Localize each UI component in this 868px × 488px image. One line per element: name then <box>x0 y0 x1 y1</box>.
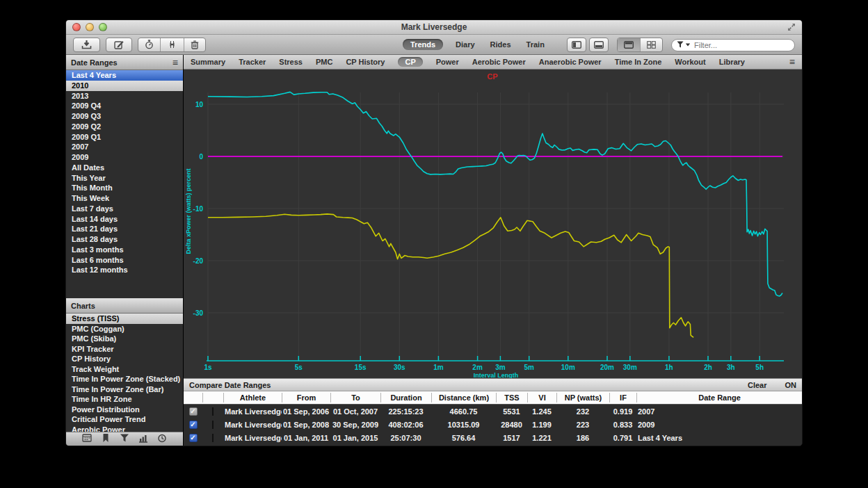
cell-duration: 225:15:23 <box>380 407 431 416</box>
minimize-button[interactable] <box>86 23 94 31</box>
tab-power[interactable]: Power <box>436 58 459 66</box>
view-tab-trends[interactable]: Trends <box>403 39 443 50</box>
stopwatch-button[interactable] <box>138 38 160 51</box>
tabbar-menu-icon[interactable]: ≡ <box>789 58 795 65</box>
date-range-item[interactable]: This Year <box>66 173 183 184</box>
date-range-item[interactable]: This Week <box>66 193 183 204</box>
column-header-date-range[interactable]: Date Range <box>636 393 802 402</box>
date-range-item[interactable]: Last 14 days <box>66 214 183 225</box>
chart-preset-item[interactable]: CP History <box>66 354 183 364</box>
tiled-view-button[interactable] <box>640 38 662 51</box>
download-button[interactable] <box>73 38 100 52</box>
tab-pmc[interactable]: PMC <box>316 58 332 66</box>
table-row[interactable]: ✓Mark Liversedge01 Sep, 200601 Oct, 2007… <box>184 405 802 418</box>
tab-tracker[interactable]: Tracker <box>239 58 266 66</box>
chevron-down-icon[interactable] <box>685 41 691 48</box>
cell-vi: 1.221 <box>527 434 556 442</box>
column-header-athlete[interactable]: Athlete <box>223 393 282 402</box>
cell-to: 01 Jan, 2015 <box>330 434 380 442</box>
view-tab-rides[interactable]: Rides <box>488 39 514 50</box>
tab-time-in-zone[interactable]: Time In Zone <box>615 58 662 66</box>
title-bar[interactable]: Mark Liversedge <box>66 20 802 35</box>
sidebar-toggle-button[interactable] <box>567 38 586 52</box>
column-header-blank[interactable] <box>184 393 202 402</box>
compare-on-button[interactable]: ON <box>785 381 797 389</box>
tab-stress[interactable]: Stress <box>279 58 303 66</box>
tabbed-view-button[interactable] <box>618 38 640 51</box>
column-header-distance-km-[interactable]: Distance (km) <box>431 393 496 402</box>
date-ranges-menu-icon[interactable]: ≡ <box>172 59 178 66</box>
bar-chart-button[interactable] <box>138 433 148 446</box>
chart-preset-item[interactable]: KPI Tracker <box>66 344 183 355</box>
chart-preset-item[interactable]: Critical Power Trend <box>66 414 183 425</box>
compose-button[interactable] <box>106 38 132 52</box>
tab-library[interactable]: Library <box>719 58 745 66</box>
lowbar-toggle-button[interactable] <box>589 38 609 52</box>
filter-field <box>671 38 795 51</box>
date-range-item[interactable]: 2009 Q2 <box>66 122 183 132</box>
chart-preset-item[interactable]: Power Distribution <box>66 405 183 415</box>
column-header-if[interactable]: IF <box>609 393 636 402</box>
cell-duration: 408:02:06 <box>380 421 431 429</box>
clock-button[interactable] <box>157 433 167 446</box>
tab-workout[interactable]: Workout <box>675 58 705 66</box>
row-checkbox[interactable]: ✓ <box>189 407 198 416</box>
tab-cp[interactable]: CP <box>398 57 422 67</box>
date-range-item[interactable]: 2009 Q3 <box>66 111 183 122</box>
tab-anaerobic-power[interactable]: Anaerobic Power <box>539 58 602 66</box>
bar-chart-icon <box>138 433 148 443</box>
chart-preset-item[interactable]: Time In Power Zone (Stacked) <box>66 374 183 384</box>
table-row[interactable]: ✓Mark Liversedge01 Sep, 200830 Sep, 2009… <box>184 418 802 431</box>
tab-cp-history[interactable]: CP History <box>346 58 385 66</box>
date-range-item[interactable]: 2013 <box>66 91 183 101</box>
date-range-item[interactable]: Last 7 days <box>66 204 183 214</box>
trash-button[interactable] <box>184 38 205 51</box>
date-range-item[interactable]: 2009 Q1 <box>66 132 183 143</box>
bookmark-button[interactable] <box>101 433 111 446</box>
date-range-item[interactable]: 2009 Q4 <box>66 101 183 111</box>
date-range-item[interactable]: Last 6 months <box>66 255 183 266</box>
chart-preset-item[interactable]: PMC (Skiba) <box>66 334 183 344</box>
date-range-item[interactable]: Last 3 months <box>66 245 183 255</box>
column-header-blank[interactable] <box>202 393 223 402</box>
column-header-vi[interactable]: VI <box>527 393 556 402</box>
date-range-item[interactable]: This Month <box>66 183 183 193</box>
filter-funnel-button[interactable] <box>120 433 129 446</box>
calendar-button[interactable] <box>82 433 92 446</box>
row-checkbox[interactable]: ✓ <box>189 434 198 442</box>
fullscreen-icon[interactable] <box>787 22 796 32</box>
column-header-tss[interactable]: TSS <box>496 393 527 402</box>
date-range-item[interactable]: Last 12 months <box>66 265 183 275</box>
date-range-item[interactable]: 2010 <box>66 81 183 91</box>
date-range-item[interactable]: Last 4 Years <box>66 70 183 81</box>
date-range-item[interactable]: Last 28 days <box>66 234 183 245</box>
cp-chart[interactable]: 1s5s15s30s1m2m3m5m10m20m30m1h2h3h5h100-1… <box>184 70 802 378</box>
split-compare-button[interactable] <box>160 38 184 51</box>
tab-aerobic-power[interactable]: Aerobic Power <box>472 58 526 66</box>
chart-preset-item[interactable]: Time In Power Zone (Bar) <box>66 384 183 395</box>
date-range-item[interactable]: All Dates <box>66 163 183 173</box>
view-tab-diary[interactable]: Diary <box>453 39 478 50</box>
chart-preset-item[interactable]: Track Weight <box>66 364 183 375</box>
tabbed-view-icon <box>624 41 634 49</box>
chart-preset-item[interactable]: Aerobic Power <box>66 425 183 432</box>
chart-preset-item[interactable]: PMC (Coggan) <box>66 324 183 334</box>
column-header-np-watts-[interactable]: NP (watts) <box>556 393 609 402</box>
tab-summary[interactable]: Summary <box>191 58 225 66</box>
row-checkbox[interactable]: ✓ <box>189 421 198 429</box>
cell-from: 01 Sep, 2008 <box>282 421 330 429</box>
table-row[interactable]: ✓Mark Liversedge01 Jan, 201101 Jan, 2015… <box>184 431 802 444</box>
column-header-to[interactable]: To <box>330 393 380 402</box>
date-range-item[interactable]: Last 21 days <box>66 224 183 234</box>
chart-preset-item[interactable]: Time In HR Zone <box>66 394 183 405</box>
view-tab-train[interactable]: Train <box>524 39 547 50</box>
series-color-swatch <box>212 407 214 416</box>
chart-preset-item[interactable]: Stress (TISS) <box>66 314 183 324</box>
column-header-duration[interactable]: Duration <box>380 393 431 402</box>
date-range-item[interactable]: 2009 <box>66 152 183 163</box>
close-button[interactable] <box>72 23 81 31</box>
column-header-from[interactable]: From <box>282 393 330 402</box>
date-range-item[interactable]: 2007 <box>66 142 183 152</box>
compare-clear-button[interactable]: Clear <box>748 381 767 389</box>
zoom-button[interactable] <box>99 23 107 31</box>
